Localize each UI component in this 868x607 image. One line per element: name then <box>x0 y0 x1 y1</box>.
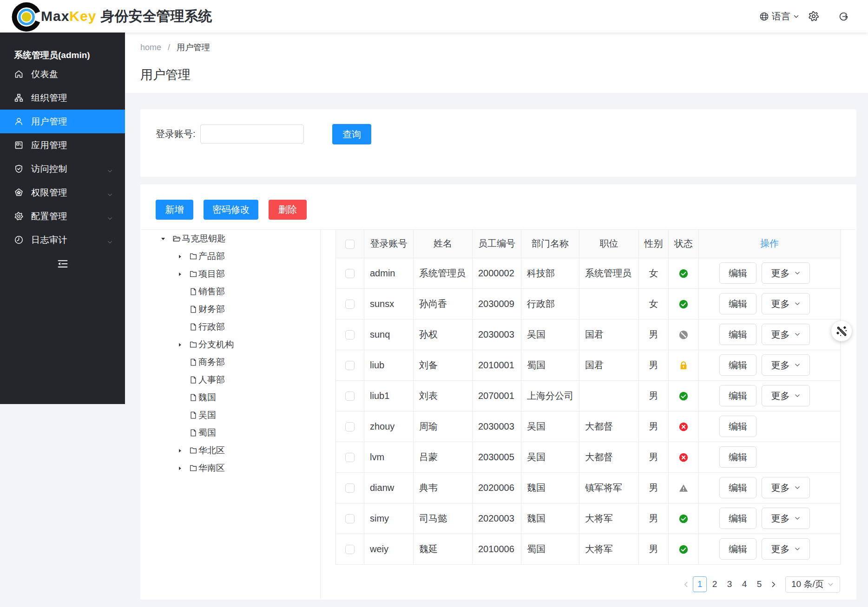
row-checkbox[interactable] <box>345 392 355 401</box>
edit-button[interactable]: 编辑 <box>719 477 756 498</box>
caret-right-icon[interactable] <box>177 254 183 259</box>
edit-button[interactable]: 编辑 <box>719 416 756 437</box>
magic-wand-floating-button[interactable] <box>831 321 852 341</box>
cell-status <box>669 534 699 564</box>
edit-button[interactable]: 编辑 <box>719 293 756 314</box>
sidebar-item-用户管理[interactable]: 用户管理 <box>0 110 125 133</box>
cell-account: sunq <box>364 319 414 350</box>
sidebar-item-配置管理[interactable]: 配置管理 <box>0 204 125 228</box>
pagination-page-4[interactable]: 4 <box>738 576 750 592</box>
pagination-page-1[interactable]: 1 <box>693 576 707 592</box>
row-checkbox[interactable] <box>345 330 355 339</box>
check-circle-icon <box>679 392 688 401</box>
more-button[interactable]: 更多 <box>762 477 810 498</box>
more-button[interactable]: 更多 <box>762 324 810 345</box>
tree-node-销售部[interactable]: 销售部 <box>141 283 320 300</box>
tree-node-产品部[interactable]: 产品部 <box>141 248 320 265</box>
delete-button[interactable]: 删除 <box>269 200 307 220</box>
tree-node-人事部[interactable]: 人事部 <box>141 371 320 389</box>
tree-node-吴国[interactable]: 吴国 <box>141 406 320 424</box>
more-button[interactable]: 更多 <box>762 262 810 284</box>
row-checkbox[interactable] <box>345 269 355 278</box>
more-button[interactable]: 更多 <box>762 385 810 406</box>
tree-node-项目部[interactable]: 项目部 <box>141 265 320 283</box>
edit-button[interactable]: 编辑 <box>719 508 756 529</box>
row-checkbox[interactable] <box>345 453 355 462</box>
sidebar-item-组织管理[interactable]: 组织管理 <box>0 86 125 110</box>
tree-node-分支机构[interactable]: 分支机构 <box>141 336 320 353</box>
cell-employee-no: 2030003 <box>473 411 521 442</box>
language-menu[interactable]: 语言 <box>759 10 799 23</box>
row-actions: 编辑 <box>699 446 840 468</box>
sidebar-item-权限管理[interactable]: 权限管理 <box>0 181 125 204</box>
cell-status <box>669 472 699 503</box>
pagination-prev-button[interactable] <box>679 576 692 592</box>
change-password-button[interactable]: 密码修改 <box>204 200 258 220</box>
edit-button[interactable]: 编辑 <box>719 354 756 376</box>
tree-node-商务部[interactable]: 商务部 <box>141 353 320 371</box>
tree-node-label: 销售部 <box>198 286 225 298</box>
sidebar-item-label: 仪表盘 <box>31 68 59 80</box>
document-icon <box>189 429 197 437</box>
row-select-cell <box>336 350 364 380</box>
logout-button[interactable] <box>839 12 848 21</box>
row-checkbox[interactable] <box>345 300 355 309</box>
more-button[interactable]: 更多 <box>762 538 810 560</box>
pagination-next-button[interactable] <box>767 576 780 592</box>
search-input[interactable] <box>200 124 304 144</box>
tree-node-华北区[interactable]: 华北区 <box>141 442 320 459</box>
sidebar-user-label: 系统管理员(admin) <box>0 33 125 62</box>
sidebar-item-访问控制[interactable]: 访问控制 <box>0 157 125 181</box>
app-icon <box>14 140 24 150</box>
caret-right-icon[interactable] <box>177 448 183 453</box>
row-actions: 编辑 <box>699 416 840 437</box>
page-size-select[interactable]: 10 条/页 <box>785 576 840 593</box>
more-button-label: 更多 <box>771 482 790 494</box>
row-checkbox[interactable] <box>345 545 355 554</box>
edit-button[interactable]: 编辑 <box>719 324 756 345</box>
select-all-checkbox[interactable] <box>345 240 355 249</box>
sidebar-item-日志审计[interactable]: 日志审计 <box>0 228 125 252</box>
settings-button[interactable] <box>808 11 819 22</box>
cell-position <box>579 288 639 319</box>
check-circle-icon <box>679 545 688 554</box>
column-header-状态: 状态 <box>669 230 699 258</box>
cell-account: liub1 <box>364 380 414 411</box>
edit-button[interactable]: 编辑 <box>719 385 756 406</box>
edit-button[interactable]: 编辑 <box>719 446 756 468</box>
caret-down-icon[interactable] <box>160 236 166 242</box>
sidebar-collapse-button[interactable] <box>0 257 125 270</box>
edit-button[interactable]: 编辑 <box>719 538 756 560</box>
tree-node-魏国[interactable]: 魏国 <box>141 389 320 406</box>
cell-status <box>669 350 699 380</box>
search-label: 登录账号: <box>156 128 196 140</box>
caret-right-icon[interactable] <box>177 342 183 347</box>
gear-icon <box>14 211 24 221</box>
add-button[interactable]: 新增 <box>156 200 193 220</box>
pagination-page-3[interactable]: 3 <box>723 576 736 592</box>
sidebar-item-应用管理[interactable]: 应用管理 <box>0 133 125 157</box>
sidebar-item-仪表盘[interactable]: 仪表盘 <box>0 62 125 86</box>
tree-node-财务部[interactable]: 财务部 <box>141 300 320 318</box>
more-button[interactable]: 更多 <box>762 293 810 314</box>
pagination-page-5[interactable]: 5 <box>753 576 765 592</box>
search-form: 登录账号: 查询 <box>156 124 304 144</box>
caret-right-icon[interactable] <box>177 466 183 471</box>
more-button[interactable]: 更多 <box>762 354 810 376</box>
cell-department: 行政部 <box>521 288 579 319</box>
tree-node-蜀国[interactable]: 蜀国 <box>141 424 320 442</box>
tree-node-华南区[interactable]: 华南区 <box>141 459 320 477</box>
search-button[interactable]: 查询 <box>332 124 371 144</box>
breadcrumb-home[interactable]: home <box>140 43 161 52</box>
row-checkbox[interactable] <box>345 483 355 493</box>
edit-button[interactable]: 编辑 <box>719 262 756 284</box>
row-checkbox[interactable] <box>345 361 355 370</box>
tree-node-马克思钥匙[interactable]: 马克思钥匙 <box>141 230 320 248</box>
more-button[interactable]: 更多 <box>762 508 810 529</box>
row-checkbox[interactable] <box>345 514 355 523</box>
tree-node-行政部[interactable]: 行政部 <box>141 318 320 336</box>
caret-right-icon[interactable] <box>177 272 183 277</box>
pagination-page-2[interactable]: 2 <box>709 576 721 592</box>
org-tree-panel: 马克思钥匙产品部项目部销售部财务部行政部分支机构商务部人事部魏国吴国蜀国华北区华… <box>141 230 321 599</box>
row-checkbox[interactable] <box>345 422 355 431</box>
